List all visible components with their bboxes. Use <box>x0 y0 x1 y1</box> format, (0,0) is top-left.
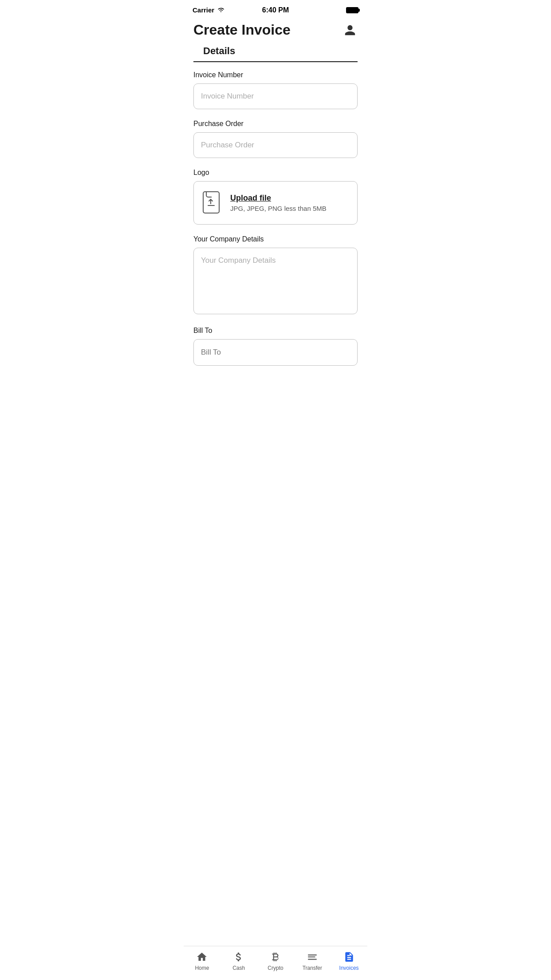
upload-hint: JPG, JPEG, PNG less than 5MB <box>230 205 327 212</box>
upload-text: Upload file JPG, JPEG, PNG less than 5MB <box>230 194 327 212</box>
company-details-group: Your Company Details <box>193 235 358 316</box>
profile-icon[interactable] <box>342 23 358 38</box>
invoice-number-input[interactable] <box>193 83 358 109</box>
battery-icon <box>346 7 358 13</box>
status-time: 6:40 PM <box>262 6 289 14</box>
create-invoice-form: Invoice Number Purchase Order Logo <box>184 71 367 366</box>
bill-to-label: Bill To <box>193 327 358 335</box>
upload-area[interactable]: Upload file JPG, JPEG, PNG less than 5MB <box>193 181 358 225</box>
company-details-input[interactable] <box>193 248 358 314</box>
upload-file-icon <box>203 191 222 214</box>
page-title: Create Invoice <box>193 22 291 38</box>
company-details-label: Your Company Details <box>193 235 358 243</box>
status-bar: Carrier 6:40 PM <box>184 0 367 17</box>
page-header: Create Invoice <box>184 17 367 45</box>
logo-group: Logo Upload file JPG, JPEG, PNG less tha… <box>193 169 358 225</box>
logo-label: Logo <box>193 169 358 177</box>
invoice-number-label: Invoice Number <box>193 71 358 79</box>
purchase-order-group: Purchase Order <box>193 120 358 158</box>
upload-link: Upload file <box>230 194 327 203</box>
wifi-icon <box>217 6 225 14</box>
bill-to-group: Bill To <box>193 327 358 366</box>
purchase-order-label: Purchase Order <box>193 120 358 128</box>
purchase-order-input[interactable] <box>193 132 358 158</box>
carrier-label: Carrier <box>193 6 214 14</box>
bill-to-input[interactable] <box>193 339 358 366</box>
details-section-label: Details <box>193 45 358 62</box>
invoice-number-group: Invoice Number <box>193 71 358 109</box>
